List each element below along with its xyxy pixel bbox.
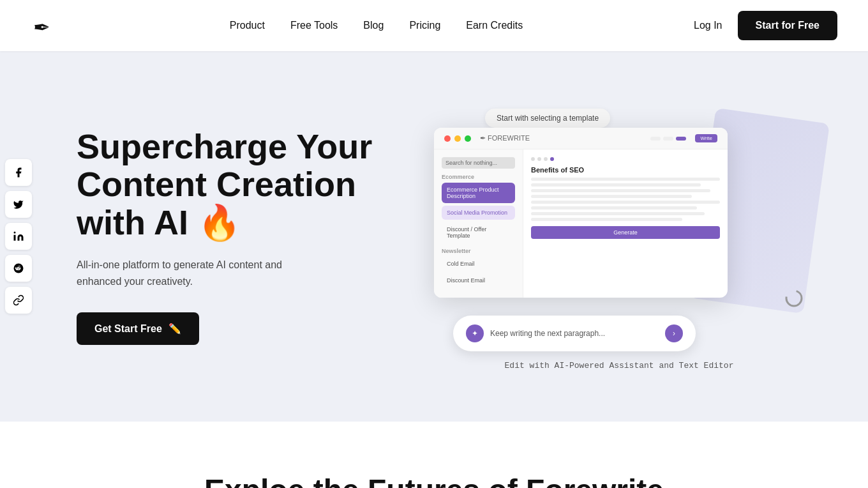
facebook-icon[interactable] [5, 159, 32, 186]
hero-title: Supercharge Your Content Creation with A… [77, 128, 396, 241]
svg-point-2 [14, 232, 16, 234]
nav-earn-credits[interactable]: Earn Credits [466, 20, 523, 31]
mockup-dot-green [465, 135, 471, 142]
cta-button[interactable]: Get Start Free ✏️ [77, 312, 199, 345]
mockup-item-discount[interactable]: Discount / Offer Template [442, 222, 515, 243]
mockup-editor: Benefits of SEO Generate [523, 149, 728, 298]
features-title: Exploe the Futures of Forewrite [51, 473, 817, 488]
mockup-section-newsletter: Newsletter [442, 248, 515, 254]
mockup-sidebar: Search for nothing... Ecommerce Ecommerc… [434, 149, 523, 298]
login-button[interactable]: Log In [694, 20, 722, 31]
mockup-caption: Edit with AI-Powered Assistant and Text … [505, 361, 734, 370]
hero-visual: Start with selecting a template ✒ FOREWR… [421, 109, 817, 364]
mockup-item-social[interactable]: Social Media Promotion [442, 206, 515, 220]
text-line-5 [531, 201, 720, 204]
ai-send-button[interactable]: › [665, 324, 683, 342]
navbar: ✒ Product Free Tools Blog Pricing Earn C… [0, 0, 868, 51]
text-line-3 [531, 189, 710, 192]
cta-label: Get Start Free [94, 323, 162, 335]
mockup-generate-button[interactable]: Generate [531, 226, 720, 239]
hero-content: Supercharge Your Content Creation with A… [77, 128, 396, 345]
text-line-7 [531, 212, 705, 215]
features-section: Exploe the Futures of Forewrite Discover… [0, 422, 868, 488]
nav-right: Log In Start for Free [694, 11, 837, 40]
mockup-item-discount-email[interactable]: Discount Email [442, 273, 515, 287]
logo-icon: ✒ [31, 11, 59, 40]
text-line-4 [531, 195, 692, 198]
social-sidebar [0, 149, 37, 324]
mockup-dot-red [444, 135, 451, 142]
mockup-doc-title: Benefits of SEO [531, 166, 720, 174]
mockup-dot-yellow [454, 135, 461, 142]
loading-spinner [784, 288, 804, 313]
cta-icon: ✏️ [168, 323, 181, 335]
reddit-icon[interactable] [5, 255, 32, 282]
mockup-app-name: ✒ FOREWRITE [480, 134, 530, 142]
text-line-6 [531, 206, 697, 210]
nav-pricing[interactable]: Pricing [409, 20, 440, 31]
mockup-item-ecommerce-desc[interactable]: Ecommerce Product Description [442, 183, 515, 203]
svg-point-4 [786, 291, 802, 306]
text-line-8 [531, 218, 682, 221]
svg-text:✒: ✒ [33, 16, 50, 39]
mockup-header: ✒ FOREWRITE Write [434, 128, 728, 149]
mockup-search: Search for nothing... [442, 157, 515, 169]
ai-chat-text: Keep writing the next paragraph... [490, 329, 659, 338]
mockup-item-cold-email[interactable]: Cold Email [442, 257, 515, 271]
mockup-body: Search for nothing... Ecommerce Ecommerc… [434, 149, 728, 298]
mockup-editor-toolbar [531, 157, 720, 161]
hero-subtitle: All-in-one platform to generate AI conte… [77, 257, 319, 289]
nav-blog[interactable]: Blog [363, 20, 384, 31]
text-line-1 [531, 178, 720, 181]
write-btn[interactable]: Write [695, 134, 717, 142]
start-free-button[interactable]: Start for Free [738, 11, 837, 40]
ai-icon: ✦ [466, 324, 484, 342]
mockup-wrapper: Start with selecting a template ✒ FOREWR… [434, 109, 804, 364]
nav-links: Product Free Tools Blog Pricing Earn Cre… [230, 20, 523, 31]
hero-section: Supercharge Your Content Creation with A… [0, 51, 868, 422]
twitter-icon[interactable] [5, 191, 32, 218]
logo-link[interactable]: ✒ [31, 11, 59, 40]
text-line-2 [531, 183, 701, 187]
ai-chat-bubble: ✦ Keep writing the next paragraph... › [453, 316, 696, 351]
linkedin-icon[interactable] [5, 223, 32, 250]
link-icon[interactable] [5, 287, 32, 314]
nav-product[interactable]: Product [230, 20, 265, 31]
nav-free-tools[interactable]: Free Tools [290, 20, 338, 31]
template-bubble: Start with selecting a template [485, 109, 610, 128]
mockup-section-ecommerce: Ecommerce [442, 174, 515, 180]
app-mockup: ✒ FOREWRITE Write Search for nothing... … [434, 128, 728, 298]
